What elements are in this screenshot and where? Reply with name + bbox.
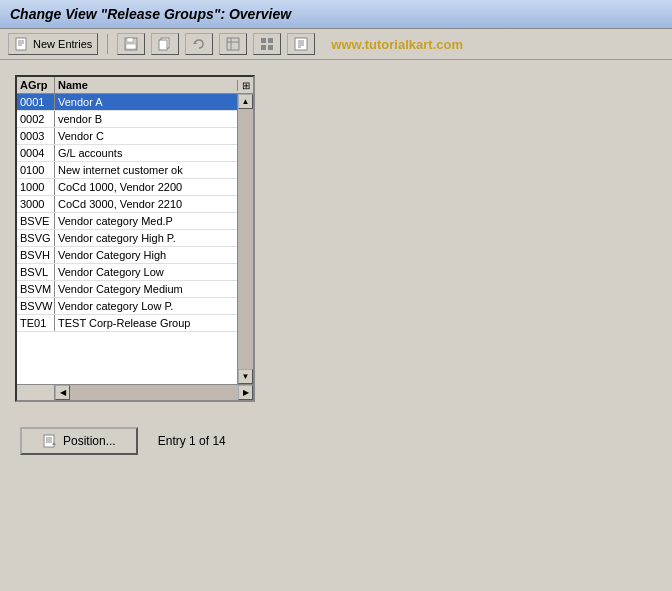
col-agrp-header: AGrp bbox=[17, 77, 55, 93]
table-header: AGrp Name ⊞ bbox=[17, 77, 253, 94]
cell-name: CoCd 3000, Vendor 2210 bbox=[55, 196, 237, 212]
cell-agrp: 0001 bbox=[17, 94, 55, 110]
title-bar: Change View "Release Groups": Overview bbox=[0, 0, 672, 29]
cell-agrp: BSVW bbox=[17, 298, 55, 314]
new-entries-label: New Entries bbox=[33, 38, 92, 50]
cell-agrp: 0100 bbox=[17, 162, 55, 178]
svg-rect-13 bbox=[261, 38, 266, 43]
copy-icon bbox=[157, 36, 173, 52]
table-row[interactable]: 0002vendor B bbox=[17, 111, 237, 128]
svg-rect-0 bbox=[16, 38, 26, 50]
scroll-up-button[interactable]: ▲ bbox=[238, 94, 253, 109]
entry-info: Entry 1 of 14 bbox=[158, 434, 226, 448]
col-resize-handle[interactable]: ⊞ bbox=[237, 80, 253, 91]
cell-agrp: 3000 bbox=[17, 196, 55, 212]
scroll-down-button[interactable]: ▼ bbox=[238, 369, 253, 384]
cell-name: Vendor Category Medium bbox=[55, 281, 237, 297]
table-body: 0001Vendor A0002vendor B0003Vendor C0004… bbox=[17, 94, 253, 384]
cell-name: Vendor Category Low bbox=[55, 264, 237, 280]
position-label: Position... bbox=[63, 434, 116, 448]
cell-agrp: BSVE bbox=[17, 213, 55, 229]
svg-rect-14 bbox=[268, 38, 273, 43]
cell-agrp: BSVM bbox=[17, 281, 55, 297]
toolbar-separator-1 bbox=[107, 34, 108, 54]
svg-rect-8 bbox=[159, 40, 167, 50]
copy-button[interactable] bbox=[151, 33, 179, 55]
cell-name: Vendor A bbox=[55, 94, 237, 110]
undo-button[interactable] bbox=[185, 33, 213, 55]
scroll-left-button[interactable]: ◀ bbox=[55, 385, 70, 400]
cell-agrp: 0003 bbox=[17, 128, 55, 144]
svg-rect-6 bbox=[126, 44, 136, 49]
cell-name: CoCd 1000, Vendor 2200 bbox=[55, 179, 237, 195]
cell-name: TEST Corp-Release Group bbox=[55, 315, 237, 331]
horizontal-scrollbar[interactable]: ◀ ▶ bbox=[17, 384, 253, 400]
hscroll-left-spacer bbox=[17, 385, 55, 400]
watermark: www.tutorialkart.com bbox=[331, 37, 463, 52]
cell-name: Vendor Category High bbox=[55, 247, 237, 263]
undo-icon bbox=[191, 36, 207, 52]
table-row[interactable]: BSVLVendor Category Low bbox=[17, 264, 237, 281]
cell-name: vendor B bbox=[55, 111, 237, 127]
table-button[interactable] bbox=[219, 33, 247, 55]
svg-rect-5 bbox=[127, 38, 133, 42]
data-table: AGrp Name ⊞ 0001Vendor A0002vendor B0003… bbox=[15, 75, 255, 402]
cell-name: Vendor category Low P. bbox=[55, 298, 237, 314]
cell-agrp: BSVH bbox=[17, 247, 55, 263]
cell-name: New internet customer ok bbox=[55, 162, 237, 178]
new-entries-icon bbox=[14, 36, 30, 52]
main-content: AGrp Name ⊞ 0001Vendor A0002vendor B0003… bbox=[0, 60, 672, 412]
cell-agrp: BSVL bbox=[17, 264, 55, 280]
table-row[interactable]: TE01TEST Corp-Release Group bbox=[17, 315, 237, 332]
vertical-scrollbar[interactable]: ▲ ▼ bbox=[237, 94, 253, 384]
position-icon bbox=[42, 433, 58, 449]
bottom-bar: Position... Entry 1 of 14 bbox=[0, 412, 672, 470]
scroll-track[interactable] bbox=[238, 109, 253, 369]
cell-agrp: TE01 bbox=[17, 315, 55, 331]
grid-icon bbox=[259, 36, 275, 52]
cell-name: Vendor C bbox=[55, 128, 237, 144]
new-entries-button[interactable]: New Entries bbox=[8, 33, 98, 55]
svg-rect-17 bbox=[295, 38, 307, 50]
table-row[interactable]: BSVMVendor Category Medium bbox=[17, 281, 237, 298]
cell-agrp: 1000 bbox=[17, 179, 55, 195]
save-icon bbox=[123, 36, 139, 52]
table-row[interactable]: 1000CoCd 1000, Vendor 2200 bbox=[17, 179, 237, 196]
cell-agrp: 0002 bbox=[17, 111, 55, 127]
table-row[interactable]: 0003Vendor C bbox=[17, 128, 237, 145]
table-icon bbox=[225, 36, 241, 52]
toolbar: New Entries bbox=[0, 29, 672, 60]
svg-rect-16 bbox=[268, 45, 273, 50]
cell-agrp: 0004 bbox=[17, 145, 55, 161]
position-button[interactable]: Position... bbox=[20, 427, 138, 455]
table-row[interactable]: BSVGVendor category High P. bbox=[17, 230, 237, 247]
scroll-right-button[interactable]: ▶ bbox=[238, 385, 253, 400]
svg-rect-15 bbox=[261, 45, 266, 50]
table-row[interactable]: 0004G/L accounts bbox=[17, 145, 237, 162]
svg-rect-10 bbox=[227, 38, 239, 50]
cell-name: Vendor category Med.P bbox=[55, 213, 237, 229]
hscroll-track[interactable] bbox=[70, 385, 238, 400]
export-icon bbox=[293, 36, 309, 52]
cell-agrp: BSVG bbox=[17, 230, 55, 246]
grid-button[interactable] bbox=[253, 33, 281, 55]
table-row[interactable]: BSVHVendor Category High bbox=[17, 247, 237, 264]
cell-name: G/L accounts bbox=[55, 145, 237, 161]
table-row[interactable]: 0001Vendor A bbox=[17, 94, 237, 111]
table-row[interactable]: 0100New internet customer ok bbox=[17, 162, 237, 179]
save-button[interactable] bbox=[117, 33, 145, 55]
page-title: Change View "Release Groups": Overview bbox=[10, 6, 291, 22]
table-rows-container: 0001Vendor A0002vendor B0003Vendor C0004… bbox=[17, 94, 237, 384]
table-row[interactable]: BSVEVendor category Med.P bbox=[17, 213, 237, 230]
table-row[interactable]: BSVWVendor category Low P. bbox=[17, 298, 237, 315]
cell-name: Vendor category High P. bbox=[55, 230, 237, 246]
svg-rect-22 bbox=[44, 435, 54, 447]
table-row[interactable]: 3000CoCd 3000, Vendor 2210 bbox=[17, 196, 237, 213]
col-name-header: Name bbox=[55, 77, 237, 93]
export-button[interactable] bbox=[287, 33, 315, 55]
